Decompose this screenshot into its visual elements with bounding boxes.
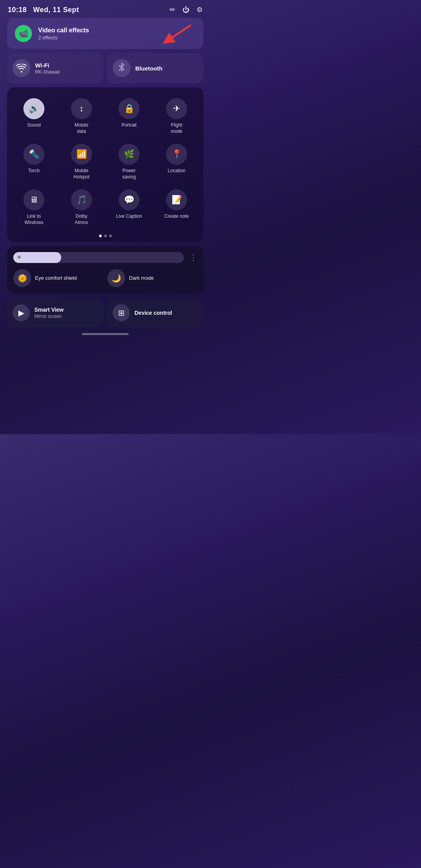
brightness-panel: ☀ ⋮ 🌞 Eye comfort shield 🌙 Dark mode bbox=[7, 246, 203, 293]
toggle-mobile-hotspot-icon: 📶 bbox=[71, 144, 92, 165]
toggle-location-label: Location bbox=[168, 168, 185, 174]
toggle-link-to-windows-label: Link to Windows bbox=[25, 213, 44, 226]
settings-icon[interactable]: ⚙ bbox=[196, 5, 203, 14]
brightness-menu-icon[interactable]: ⋮ bbox=[189, 253, 197, 262]
status-bar: 10:18 Wed, 11 Sept ✏ ⏻ ⚙ bbox=[0, 0, 210, 18]
toggle-create-note-icon: 📝 bbox=[166, 189, 187, 210]
bottom-tile-smart-view-text: Smart ViewMirror screen bbox=[34, 307, 64, 319]
bluetooth-tile[interactable]: Bluetooth bbox=[107, 53, 203, 83]
toggle-torch-icon: 🔦 bbox=[23, 144, 44, 165]
brightness-extras: 🌞 Eye comfort shield 🌙 Dark mode bbox=[13, 269, 197, 287]
toggle-portrait-label: Portrait bbox=[122, 122, 137, 129]
toggle-flight-mode-label: Flight mode bbox=[171, 122, 182, 134]
toggle-sound[interactable]: 🔊Sound bbox=[11, 95, 57, 138]
toggle-dolby-atmos[interactable]: 🎵Dolby Atmos bbox=[58, 186, 104, 229]
brightness-row: ☀ ⋮ bbox=[13, 252, 197, 263]
wifi-tile[interactable]: Wi-Fi RK-Shawali bbox=[7, 53, 103, 83]
bottom-tile-smart-view-title: Smart View bbox=[34, 307, 64, 313]
toggle-dolby-atmos-icon: 🎵 bbox=[71, 189, 92, 210]
toggle-power-saving[interactable]: 🌿Power saving bbox=[106, 141, 152, 183]
status-icons: ✏ ⏻ ⚙ bbox=[170, 5, 203, 14]
bluetooth-icon bbox=[113, 59, 131, 77]
dark-mode-label: Dark mode bbox=[129, 275, 154, 281]
toggle-sound-label: Sound bbox=[27, 122, 41, 129]
power-icon[interactable]: ⏻ bbox=[182, 6, 189, 14]
bottom-tile-device-control[interactable]: ⊞Device control bbox=[107, 298, 203, 328]
toggle-power-saving-label: Power saving bbox=[122, 168, 136, 180]
eye-comfort-label: Eye comfort shield bbox=[35, 275, 77, 281]
bottom-tile-smart-view[interactable]: ▶Smart ViewMirror screen bbox=[7, 298, 103, 328]
red-arrow-annotation bbox=[161, 22, 192, 47]
nav-bar bbox=[82, 333, 129, 335]
toggle-mobile-hotspot[interactable]: 📶Mobile Hotspot bbox=[58, 141, 104, 183]
toggle-portrait[interactable]: 🔒Portrait bbox=[106, 95, 152, 138]
toggle-live-caption-label: Live Caption bbox=[116, 213, 142, 220]
bluetooth-text: Bluetooth bbox=[135, 65, 163, 72]
toggle-live-caption-icon: 💬 bbox=[119, 189, 140, 210]
svg-line-1 bbox=[168, 25, 191, 41]
toggle-live-caption[interactable]: 💬Live Caption bbox=[106, 186, 152, 229]
video-call-title: Video call effects bbox=[38, 27, 89, 34]
bluetooth-title: Bluetooth bbox=[135, 65, 163, 72]
video-call-icon: 📹 bbox=[15, 25, 32, 42]
toggle-create-note-label: Create note bbox=[165, 213, 189, 220]
page-dots bbox=[11, 235, 200, 237]
toggle-mobile-data-label: Mobile data bbox=[74, 122, 88, 134]
status-time: 10:18 Wed, 11 Sept bbox=[8, 6, 79, 14]
bottom-tile-device-control-text: Device control bbox=[134, 310, 172, 316]
eye-comfort-item[interactable]: 🌞 Eye comfort shield bbox=[13, 269, 103, 287]
brightness-sun-icon: ☀ bbox=[16, 254, 22, 261]
toggle-location[interactable]: 📍Location bbox=[154, 141, 200, 183]
brightness-fill: ☀ bbox=[13, 252, 61, 263]
toggle-power-saving-icon: 🌿 bbox=[119, 144, 140, 165]
toggle-portrait-icon: 🔒 bbox=[119, 98, 140, 119]
brightness-slider[interactable]: ☀ bbox=[13, 252, 184, 263]
wifi-title: Wi-Fi bbox=[35, 62, 60, 69]
toggle-create-note[interactable]: 📝Create note bbox=[154, 186, 200, 229]
eye-comfort-icon: 🌞 bbox=[13, 269, 31, 287]
toggle-torch-label: Torch bbox=[28, 168, 39, 174]
toggle-flight-mode[interactable]: ✈Flight mode bbox=[154, 95, 200, 138]
page-dot-2 bbox=[109, 235, 112, 237]
bottom-tile-device-control-title: Device control bbox=[134, 310, 172, 316]
wifi-subtitle: RK-Shawali bbox=[35, 69, 60, 75]
bottom-tile-device-control-icon: ⊞ bbox=[113, 304, 130, 321]
toggle-mobile-hotspot-label: Mobile Hotspot bbox=[73, 168, 89, 180]
dark-mode-icon: 🌙 bbox=[107, 269, 125, 287]
video-call-text: Video call effects 2 effects bbox=[38, 27, 89, 41]
wifi-text: Wi-Fi RK-Shawali bbox=[35, 62, 60, 75]
toggle-link-to-windows-icon: 🖥 bbox=[23, 189, 44, 210]
dark-mode-item[interactable]: 🌙 Dark mode bbox=[107, 269, 197, 287]
toggle-mobile-data-icon: ↕ bbox=[71, 98, 92, 119]
nav-indicator bbox=[0, 328, 210, 338]
bottom-tile-smart-view-icon: ▶ bbox=[12, 304, 30, 321]
toggles-panel: 🔊Sound↕Mobile data🔒Portrait✈Flight mode🔦… bbox=[7, 87, 203, 242]
toggle-sound-icon: 🔊 bbox=[23, 98, 44, 119]
toggle-mobile-data[interactable]: ↕Mobile data bbox=[58, 95, 104, 138]
edit-icon[interactable]: ✏ bbox=[170, 5, 175, 14]
time-text: 10:18 bbox=[8, 6, 27, 14]
page-dot-1 bbox=[104, 235, 107, 237]
wifi-icon bbox=[12, 59, 30, 77]
quick-tiles-container: 📹 Video call effects 2 effects bbox=[0, 18, 210, 293]
toggle-torch[interactable]: 🔦Torch bbox=[11, 141, 57, 183]
page-dot-0 bbox=[99, 235, 102, 237]
toggle-location-icon: 📍 bbox=[166, 144, 187, 165]
date-text: Wed, 11 Sept bbox=[33, 6, 79, 14]
wifi-bluetooth-row: Wi-Fi RK-Shawali Bluetooth bbox=[7, 53, 203, 83]
toggle-flight-mode-icon: ✈ bbox=[166, 98, 187, 119]
bottom-tile-smart-view-subtitle: Mirror screen bbox=[34, 314, 64, 319]
toggle-link-to-windows[interactable]: 🖥Link to Windows bbox=[11, 186, 57, 229]
toggles-grid: 🔊Sound↕Mobile data🔒Portrait✈Flight mode🔦… bbox=[11, 95, 200, 229]
video-call-tile[interactable]: 📹 Video call effects 2 effects bbox=[7, 18, 203, 49]
bottom-tiles: ▶Smart ViewMirror screen⊞Device control bbox=[0, 298, 210, 328]
toggle-dolby-atmos-label: Dolby Atmos bbox=[75, 213, 88, 226]
video-call-subtitle: 2 effects bbox=[38, 35, 89, 41]
